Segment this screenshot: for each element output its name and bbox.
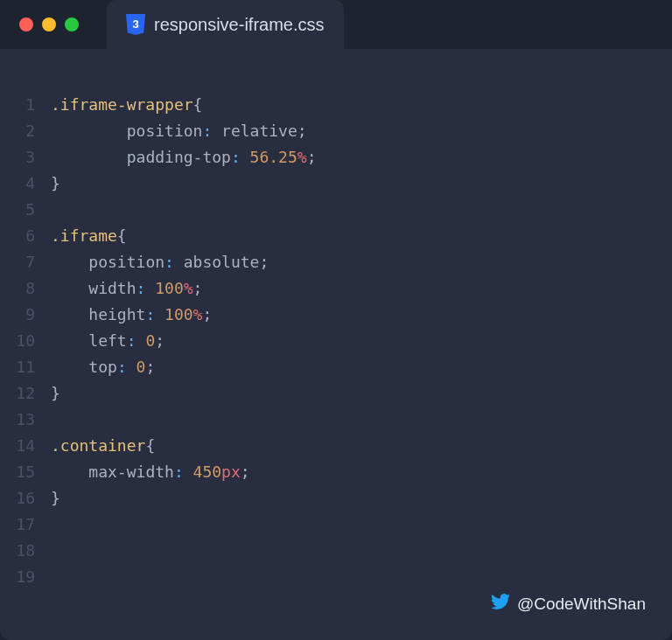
code-content: } — [51, 174, 60, 192]
code-line: 12} — [0, 379, 672, 406]
code-line: 17 — [0, 511, 672, 537]
code-line: 10 left: 0; — [0, 327, 672, 353]
code-content: position: relative; — [51, 122, 307, 140]
line-number: 18 — [0, 541, 51, 560]
code-line: 13 — [0, 406, 672, 432]
code-line: 16} — [0, 484, 672, 511]
line-number: 8 — [0, 279, 51, 297]
code-line: 1.iframe-wrapper{ — [0, 91, 672, 117]
attribution: @CodeWithShan — [491, 592, 646, 616]
code-content: .container{ — [51, 436, 155, 455]
code-content: max-width: 450px; — [51, 463, 250, 481]
code-content: padding-top: 56.25%; — [51, 148, 316, 166]
code-line: 8 width: 100%; — [0, 275, 672, 301]
line-number: 14 — [0, 436, 51, 455]
code-content: left: 0; — [51, 331, 164, 350]
code-lines: 1.iframe-wrapper{2 position: relative;3 … — [0, 91, 672, 589]
tab-file[interactable]: responsive-iframe.css — [107, 0, 344, 49]
css-file-icon — [126, 14, 145, 35]
code-line: 14.container{ — [0, 432, 672, 458]
line-number: 10 — [0, 331, 51, 350]
line-number: 13 — [0, 410, 51, 428]
code-line: 18 — [0, 537, 672, 563]
line-number: 6 — [0, 226, 51, 245]
maximize-icon[interactable] — [65, 17, 79, 31]
code-line: 3 padding-top: 56.25%; — [0, 143, 672, 170]
code-line: 15 max-width: 450px; — [0, 458, 672, 484]
line-number: 11 — [0, 358, 51, 376]
titlebar: responsive-iframe.css — [0, 0, 672, 49]
twitter-icon — [491, 592, 510, 616]
line-number: 15 — [0, 463, 51, 481]
code-line: 2 position: relative; — [0, 117, 672, 143]
code-line: 4} — [0, 170, 672, 196]
code-content: } — [51, 489, 60, 507]
code-line: 19 — [0, 563, 672, 589]
line-number: 16 — [0, 489, 51, 507]
code-content: width: 100%; — [51, 279, 202, 297]
code-content: top: 0; — [51, 358, 155, 376]
code-line: 9 height: 100%; — [0, 301, 672, 327]
code-content: height: 100%; — [51, 305, 212, 323]
close-icon[interactable] — [19, 17, 33, 31]
code-content: } — [51, 384, 60, 402]
code-line: 7 position: absolute; — [0, 248, 672, 275]
line-number: 17 — [0, 515, 51, 533]
code-line: 5 — [0, 196, 672, 222]
minimize-icon[interactable] — [42, 17, 56, 31]
line-number: 5 — [0, 200, 51, 219]
line-number: 3 — [0, 148, 51, 166]
line-number: 4 — [0, 174, 51, 192]
line-number: 19 — [0, 567, 51, 586]
traffic-lights — [19, 17, 79, 31]
line-number: 7 — [0, 253, 51, 271]
line-number: 1 — [0, 95, 51, 114]
code-content: .iframe{ — [51, 226, 127, 245]
code-content: .iframe-wrapper{ — [51, 95, 202, 114]
code-line: 6.iframe{ — [0, 222, 672, 248]
code-line: 11 top: 0; — [0, 353, 672, 379]
tab-title: responsive-iframe.css — [154, 15, 325, 35]
line-number: 2 — [0, 122, 51, 140]
editor[interactable]: 1.iframe-wrapper{2 position: relative;3 … — [0, 49, 672, 640]
code-content: position: absolute; — [51, 253, 269, 271]
line-number: 9 — [0, 305, 51, 323]
line-number: 12 — [0, 384, 51, 402]
attribution-handle: @CodeWithShan — [517, 595, 646, 614]
